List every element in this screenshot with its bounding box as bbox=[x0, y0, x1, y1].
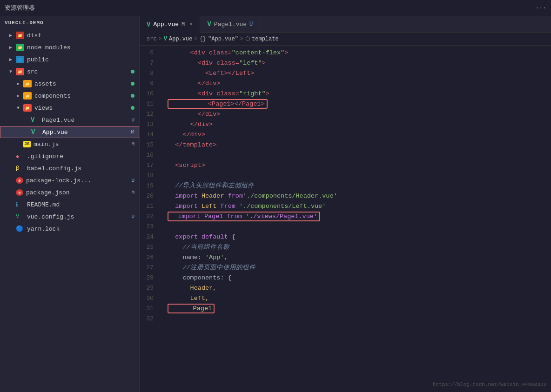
sidebar-item-babelconfig[interactable]: βbabel.config.js bbox=[0, 162, 139, 174]
line-number: 14 bbox=[140, 130, 163, 140]
titlebar-dots[interactable]: ··· bbox=[536, 5, 546, 12]
editor-area: VApp.vueM×VPage1.vueU src > V App.vue > … bbox=[140, 16, 551, 392]
code-line-31: 31 Page1 bbox=[140, 304, 551, 314]
line-number: 28 bbox=[140, 273, 163, 283]
breadcrumb-appvue2: "App.vue" bbox=[208, 36, 238, 42]
line-content: </div> bbox=[168, 79, 551, 89]
badge-m: M bbox=[131, 141, 134, 147]
line-number: 12 bbox=[140, 109, 163, 120]
code-line-23: 23 bbox=[140, 222, 551, 232]
line-number: 9 bbox=[140, 79, 163, 89]
line-number: 18 bbox=[140, 171, 163, 181]
code-line-17: 17 <script> bbox=[140, 160, 551, 171]
code-editor[interactable]: 6 <div class="content-flex">7 <div class… bbox=[140, 46, 551, 392]
sidebar-item-dist[interactable]: ▶📁dist bbox=[0, 29, 139, 41]
file-label: src bbox=[27, 68, 38, 75]
sidebar: VUECLI-DEMO ▶📁dist▶📁node_modules▶🌐public… bbox=[0, 16, 140, 392]
breadcrumb-braces: {} bbox=[200, 36, 206, 42]
chevron-icon: ▶ bbox=[17, 93, 21, 99]
main-layout: VUECLI-DEMO ▶📁dist▶📁node_modules▶🌐public… bbox=[0, 16, 551, 392]
file-label: package.json bbox=[26, 189, 70, 196]
chevron-icon: ▶ bbox=[17, 81, 21, 86]
line-number: 22 bbox=[140, 212, 163, 222]
chevron-icon: ▶ bbox=[9, 33, 14, 38]
file-label: yarn.lock bbox=[27, 226, 60, 233]
highlight-box: import Page1 from './views/Page1.vue' bbox=[168, 212, 320, 221]
line-content: <Page1></Page1> bbox=[168, 99, 551, 109]
tab-page1vue[interactable]: VPage1.vueU bbox=[200, 16, 260, 33]
sidebar-item-vueconfig[interactable]: Vvue.config.jsU bbox=[0, 211, 139, 223]
file-label: .gitignore bbox=[27, 153, 63, 160]
code-line-32: 32 bbox=[140, 314, 551, 324]
sidebar-item-readmemd[interactable]: ℹREADME.md bbox=[0, 199, 139, 211]
line-number: 13 bbox=[140, 120, 163, 130]
line-content: <Left></Left> bbox=[168, 68, 551, 79]
breadcrumb-sep2: > bbox=[194, 36, 197, 42]
badge-dot bbox=[131, 106, 134, 110]
file-label: Page1.vue bbox=[42, 117, 74, 124]
code-line-30: 30 Left, bbox=[140, 293, 551, 304]
file-tree: ▶📁dist▶📁node_modules▶🌐public▼📁src▶📁asset… bbox=[0, 29, 139, 392]
sidebar-item-yarnlock[interactable]: 🔵yarn.lock bbox=[0, 223, 139, 235]
tab-appvue[interactable]: VApp.vueM× bbox=[140, 16, 200, 33]
code-line-28: 28 components: { bbox=[140, 273, 551, 283]
line-content: </div> bbox=[168, 120, 551, 130]
file-label: components bbox=[34, 93, 71, 100]
code-line-29: 29 Header, bbox=[140, 283, 551, 293]
code-line-10: 10 <div class="right"> bbox=[140, 89, 551, 99]
line-number: 31 bbox=[140, 304, 163, 314]
sidebar-item-gitignore[interactable]: ◆.gitignore bbox=[0, 150, 139, 162]
line-content: export default { bbox=[168, 232, 551, 242]
line-number: 21 bbox=[140, 201, 163, 212]
tab-close-icon[interactable]: × bbox=[189, 21, 193, 28]
code-line-12: 12 </div> bbox=[140, 109, 551, 120]
tab-vue-icon: V bbox=[147, 21, 150, 28]
sidebar-item-appvue[interactable]: VApp.vueM bbox=[0, 126, 139, 138]
line-number: 15 bbox=[140, 140, 163, 150]
badge-m: M bbox=[131, 190, 134, 195]
sidebar-item-page1vue[interactable]: VPage1.vueU bbox=[0, 114, 139, 126]
watermark: https://blog.csdn.net/weixin_44968323 bbox=[433, 382, 546, 387]
badge-u: U bbox=[131, 214, 134, 219]
tab-badge: M bbox=[181, 21, 185, 28]
code-line-20: 20 import Header from'./components/Heade… bbox=[140, 191, 551, 201]
sidebar-item-src[interactable]: ▼📁src bbox=[0, 66, 139, 78]
line-number: 19 bbox=[140, 181, 163, 191]
sidebar-item-mainjs[interactable]: JSmain.jsM bbox=[0, 138, 139, 150]
line-content: Left, bbox=[168, 293, 551, 304]
line-number: 10 bbox=[140, 89, 163, 99]
sidebar-item-views[interactable]: ▼📁views bbox=[0, 102, 139, 114]
sidebar-item-packagelock[interactable]: ⊙package-lock.js...U bbox=[0, 174, 139, 186]
line-number: 11 bbox=[140, 99, 163, 109]
file-label: dist bbox=[27, 32, 41, 39]
tab-label: App.vue bbox=[153, 21, 179, 28]
line-content: //当前组件名称 bbox=[168, 242, 551, 252]
highlight-box: Page1 bbox=[168, 304, 215, 313]
sidebar-item-packagejson[interactable]: ⊙package.jsonM bbox=[0, 186, 139, 199]
titlebar-title: 资源管理器 bbox=[5, 4, 35, 12]
sidebar-item-components[interactable]: ▶📁components bbox=[0, 90, 139, 102]
breadcrumb-sep3: > bbox=[240, 36, 243, 42]
line-number: 30 bbox=[140, 293, 163, 304]
badge-dot bbox=[131, 82, 134, 86]
sidebar-item-node_modules[interactable]: ▶📁node_modules bbox=[0, 41, 139, 53]
line-content: <div class="right"> bbox=[168, 89, 551, 99]
file-label: views bbox=[34, 105, 53, 112]
line-content: </div> bbox=[168, 109, 551, 120]
badge-dot bbox=[131, 94, 134, 98]
code-line-27: 27 //注册页面中使用的组件 bbox=[140, 263, 551, 273]
breadcrumb-template: template bbox=[252, 36, 279, 42]
sidebar-item-assets[interactable]: ▶📁assets bbox=[0, 78, 139, 90]
code-line-24: 24 export default { bbox=[140, 232, 551, 242]
line-content: import Page1 from './views/Page1.vue' bbox=[168, 212, 551, 222]
breadcrumb-appvue: App.vue bbox=[169, 36, 192, 42]
line-number: 17 bbox=[140, 160, 163, 171]
code-line-16: 16 bbox=[140, 150, 551, 160]
code-line-7: 7 <div class="left"> bbox=[140, 58, 551, 68]
file-label: App.vue bbox=[42, 129, 68, 136]
code-line-25: 25 //当前组件名称 bbox=[140, 242, 551, 252]
sidebar-item-public[interactable]: ▶🌐public bbox=[0, 53, 139, 66]
chevron-icon: ▼ bbox=[17, 106, 21, 111]
code-line-8: 8 <Left></Left> bbox=[140, 68, 551, 79]
line-number: 7 bbox=[140, 58, 163, 68]
